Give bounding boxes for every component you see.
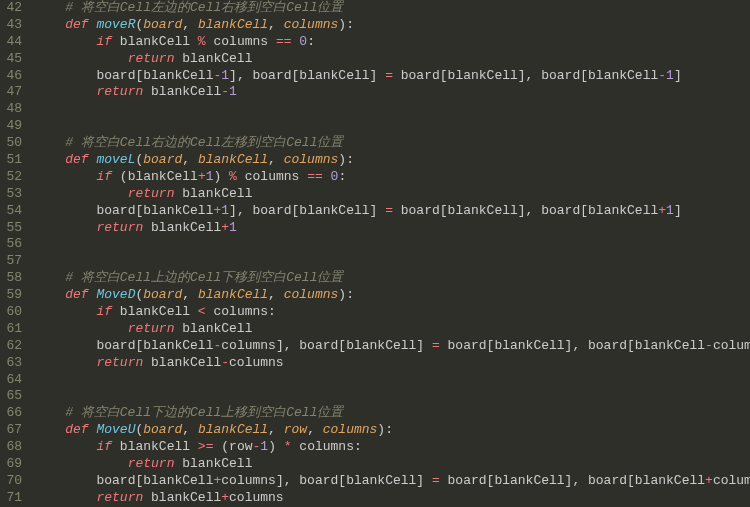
token-pu: ], [565,473,588,488]
line-number: 67 [6,422,22,439]
token-kw: def [65,17,88,32]
code-line[interactable] [34,388,750,405]
token-id: blankCell [112,34,198,49]
token-pu: [ [440,203,448,218]
token-pu: , [268,422,284,437]
token-pu: , [268,152,284,167]
code-line[interactable]: board[blankCell+1], board[blankCell] = b… [34,203,750,220]
token-op: + [658,203,666,218]
token-kw: def [65,287,88,302]
line-number: 63 [6,355,22,372]
token-pu: : [338,169,346,184]
token-cm: # 将空白Cell上边的Cell下移到空白Cell位置 [65,270,343,285]
token-pu: , [182,287,198,302]
code-line[interactable]: board[blankCell-columns], board[blankCel… [34,338,750,355]
token-id: board [96,338,135,353]
code-line[interactable]: # 将空白Cell上边的Cell下移到空白Cell位置 [34,270,750,287]
code-line[interactable]: def moveR(board, blankCell, columns): [34,17,750,34]
token-pu: [ [440,68,448,83]
token-kw: def [65,422,88,437]
code-line[interactable] [34,101,750,118]
token-kw: if [96,304,112,319]
token-kw: if [96,439,112,454]
code-line[interactable]: return blankCell+1 [34,220,750,237]
token-pu: [ [627,473,635,488]
token-op: % [229,169,237,184]
token-fn: moveR [96,17,135,32]
code-line[interactable] [34,236,750,253]
code-line[interactable]: if blankCell < columns: [34,304,750,321]
token-id: board [393,203,440,218]
token-nu: 1 [666,68,674,83]
token-nu: 1 [221,68,229,83]
code-line[interactable]: def moveL(board, blankCell, columns): [34,152,750,169]
code-line[interactable]: return blankCell+columns [34,490,750,507]
token-id: board [541,68,580,83]
token-pa: columns [323,422,378,437]
token-pu: ], [276,473,299,488]
code-line[interactable]: return blankCell [34,456,750,473]
code-line[interactable] [34,372,750,389]
code-line[interactable]: def MoveD(board, blankCell, columns): [34,287,750,304]
token-id: board [96,203,135,218]
token-pu: , [268,287,284,302]
token-pa: blankCell [198,287,268,302]
token-nu: 1 [221,203,229,218]
token-pu: ] [370,68,386,83]
token-id: board [541,203,580,218]
token-nu: 1 [206,169,214,184]
token-id [323,169,331,184]
token-pa: blankCell [198,152,268,167]
code-line[interactable]: board[blankCell-1], board[blankCell] = b… [34,68,750,85]
token-id: board [253,203,292,218]
line-number: 56 [6,236,22,253]
token-kw: return [96,355,143,370]
token-id: columns [221,473,276,488]
token-kw: return [96,220,143,235]
token-id: columns [229,490,284,505]
code-line[interactable]: # 将空白Cell左边的Cell右移到空白Cell位置 [34,0,750,17]
code-line[interactable]: def MoveU(board, blankCell, row, columns… [34,422,750,439]
code-line[interactable] [34,253,750,270]
line-number-gutter: 4243444546474849505152535455565758596061… [0,0,30,507]
token-id: board [299,338,338,353]
code-line[interactable]: board[blankCell+columns], board[blankCel… [34,473,750,490]
token-id [112,169,120,184]
code-area[interactable]: # 将空白Cell左边的Cell右移到空白Cell位置 def moveR(bo… [30,0,750,507]
token-pa: board [143,152,182,167]
code-editor[interactable]: 4243444546474849505152535455565758596061… [0,0,750,507]
code-line[interactable]: # 将空白Cell下边的Cell上移到空白Cell位置 [34,405,750,422]
code-line[interactable]: return blankCell [34,51,750,68]
code-line[interactable] [34,118,750,135]
token-id: blankCell [143,355,221,370]
token-id: board [253,68,292,83]
token-id: columns [292,439,354,454]
token-nu: 1 [666,203,674,218]
token-id: blankCell [448,203,518,218]
token-id: board [440,473,487,488]
token-pa: blankCell [198,422,268,437]
token-op: % [198,34,206,49]
token-id: blankCell [448,68,518,83]
token-op: + [221,220,229,235]
token-id: board [96,68,135,83]
token-id: blankCell [174,51,252,66]
token-kw: return [96,490,143,505]
code-line[interactable]: if blankCell >= (row-1) * columns: [34,439,750,456]
code-line[interactable]: if (blankCell+1) % columns == 0: [34,169,750,186]
token-id: blankCell [112,439,198,454]
token-pa: blankCell [198,17,268,32]
code-line[interactable]: return blankCell [34,186,750,203]
token-pu: ): [338,287,354,302]
line-number: 49 [6,118,22,135]
token-nu: 1 [229,84,237,99]
code-line[interactable]: return blankCell-columns [34,355,750,372]
token-pu: ) [268,439,284,454]
token-op: - [221,355,229,370]
code-line[interactable]: return blankCell [34,321,750,338]
token-pu: , [307,422,323,437]
code-line[interactable]: if blankCell % columns == 0: [34,34,750,51]
code-line[interactable]: return blankCell-1 [34,84,750,101]
line-number: 71 [6,490,22,507]
code-line[interactable]: # 将空白Cell右边的Cell左移到空白Cell位置 [34,135,750,152]
